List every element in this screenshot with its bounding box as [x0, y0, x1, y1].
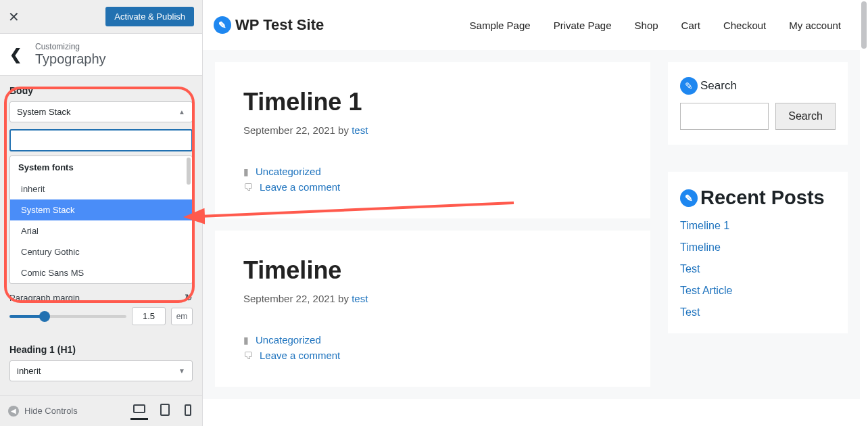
post-meta: September 22, 2021 by test [243, 293, 622, 304]
folder-icon: ▮ [243, 166, 249, 177]
activate-publish-button[interactable]: Activate & Publish [105, 7, 194, 26]
post-author-link[interactable]: test [352, 124, 368, 136]
comment-link[interactable]: Leave a comment [260, 350, 340, 361]
section-title: Typography [35, 51, 106, 67]
category-link[interactable]: Uncategorized [256, 334, 321, 346]
heading1-label: Heading 1 (H1) [0, 335, 202, 360]
search-button[interactable]: Search [775, 103, 836, 130]
body-font-label: Body [0, 76, 202, 101]
recent-post-link[interactable]: Timeline 1 [680, 220, 729, 231]
nav-item[interactable]: Shop [635, 20, 658, 31]
site-preview[interactable]: ✎ WP Test Site Sample Page Private Page … [203, 0, 868, 426]
recent-posts-list: Timeline 1 Timeline Test Test Article Te… [680, 220, 836, 318]
pencil-icon: ✎ [214, 16, 231, 34]
post-title[interactable]: Timeline 1 [243, 88, 622, 116]
recent-post-link[interactable]: Test [680, 263, 700, 275]
font-option-arial[interactable]: Arial [10, 220, 192, 241]
widget-title: Search [700, 79, 737, 93]
paragraph-margin-unit[interactable]: em [171, 308, 193, 325]
customizer-sidebar: ✕ Activate & Publish ❮ Customizing Typog… [0, 0, 203, 426]
nav-item[interactable]: Sample Page [470, 20, 531, 31]
nav-item[interactable]: My account [789, 20, 841, 31]
comment-icon: 🗨 [243, 182, 253, 193]
nav-item[interactable]: Private Page [554, 20, 612, 31]
mobile-icon [185, 404, 191, 416]
section-header: ❮ Customizing Typography [0, 34, 202, 76]
heading1-selected-value: inherit [17, 366, 41, 376]
desktop-icon [133, 404, 145, 413]
heading1-font-select[interactable]: inherit ▼ [9, 360, 193, 381]
recent-post-link[interactable]: Timeline [680, 241, 721, 253]
collapse-icon: ◀ [8, 406, 19, 417]
font-group-heading: System fonts [10, 156, 192, 179]
caret-up-icon: ▲ [178, 108, 185, 116]
folder-icon: ▮ [243, 335, 249, 346]
primary-nav: Sample Page Private Page Shop Cart Check… [470, 20, 841, 31]
reset-icon[interactable]: ↻ [185, 292, 193, 303]
post-card: Timeline 1 September 22, 2021 by test ▮ … [215, 62, 650, 218]
search-widget: ✎ Search Search [668, 62, 848, 145]
site-title: WP Test Site [235, 16, 324, 34]
site-logo[interactable]: ✎ WP Test Site [214, 16, 324, 34]
body-font-select[interactable]: System Stack ▲ [9, 101, 193, 122]
device-tablet-button[interactable] [158, 401, 172, 421]
hide-controls-button[interactable]: ◀ Hide Controls [8, 406, 121, 417]
nav-item[interactable]: Checkout [723, 20, 766, 31]
recent-posts-widget: ✎ Recent Posts Timeline 1 Timeline Test … [668, 172, 848, 333]
paragraph-margin-value[interactable]: 1.5 [132, 307, 166, 325]
font-search-input[interactable] [9, 129, 193, 151]
close-customizer-button[interactable]: ✕ [8, 9, 20, 25]
comment-icon: 🗨 [243, 350, 253, 361]
post-author-link[interactable]: test [352, 293, 368, 304]
paragraph-margin-slider[interactable] [9, 315, 126, 318]
post-title[interactable]: Timeline [243, 256, 622, 285]
device-desktop-button[interactable] [130, 402, 148, 420]
panel-scroll[interactable]: Body System Stack ▲ System fonts inherit… [0, 76, 202, 395]
paragraph-margin-label: Paragraph margin [9, 293, 80, 303]
pencil-icon[interactable]: ✎ [680, 77, 698, 95]
comment-link[interactable]: Leave a comment [260, 181, 340, 193]
post-card: Timeline September 22, 2021 by test ▮ Un… [215, 231, 650, 387]
font-option-century-gothic[interactable]: Century Gothic [10, 241, 192, 262]
font-option-system-stack[interactable]: System Stack [10, 199, 192, 220]
widget-title: Recent Posts [700, 187, 825, 209]
recent-post-link[interactable]: Test [680, 306, 700, 318]
breadcrumb: Customizing [35, 42, 106, 51]
caret-down-icon: ▼ [178, 367, 185, 375]
preview-scrollbar[interactable] [861, 1, 867, 49]
dropdown-scrollbar[interactable] [187, 158, 191, 185]
post-meta: September 22, 2021 by test [243, 124, 622, 136]
recent-post-link[interactable]: Test Article [680, 285, 732, 296]
font-option-inherit[interactable]: inherit [10, 179, 192, 199]
body-font-selected-value: System Stack [17, 107, 70, 117]
slider-thumb[interactable] [39, 311, 50, 322]
nav-item[interactable]: Cart [681, 20, 700, 31]
tablet-icon [160, 404, 170, 416]
device-mobile-button[interactable] [182, 402, 194, 421]
back-button[interactable]: ❮ [9, 46, 22, 64]
font-dropdown-list[interactable]: System fonts inherit System Stack Arial … [9, 156, 193, 284]
pencil-icon[interactable]: ✎ [680, 189, 698, 207]
category-link[interactable]: Uncategorized [256, 166, 321, 177]
search-input[interactable] [680, 103, 769, 130]
font-option-comic-sans[interactable]: Comic Sans MS [10, 262, 192, 283]
